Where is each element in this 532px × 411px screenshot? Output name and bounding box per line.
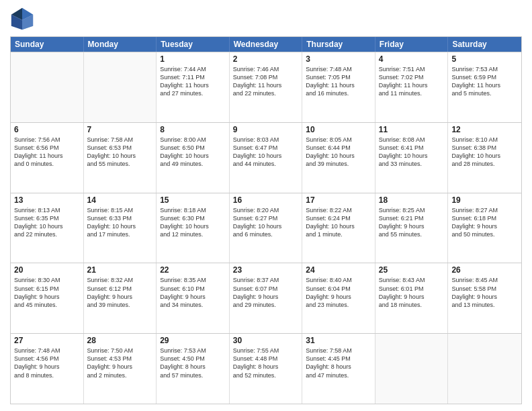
calendar-cell: 5Sunrise: 7:53 AM Sunset: 6:59 PM Daylig… <box>448 52 521 122</box>
calendar-cell: 23Sunrise: 8:37 AM Sunset: 6:07 PM Dayli… <box>230 263 303 333</box>
day-number: 22 <box>160 265 226 275</box>
calendar-row: 27Sunrise: 7:48 AM Sunset: 4:56 PM Dayli… <box>11 333 521 404</box>
day-number: 30 <box>233 336 299 345</box>
day-info: Sunrise: 8:13 AM Sunset: 6:35 PM Dayligh… <box>14 206 80 239</box>
day-number: 15 <box>160 195 226 205</box>
day-number: 1 <box>160 54 226 64</box>
day-number: 12 <box>451 125 518 134</box>
calendar-cell <box>84 52 157 122</box>
calendar-cell: 3Sunrise: 7:48 AM Sunset: 7:05 PM Daylig… <box>302 52 375 122</box>
day-number: 16 <box>233 195 299 205</box>
calendar-cell: 24Sunrise: 8:40 AM Sunset: 6:04 PM Dayli… <box>302 263 375 333</box>
calendar-cell: 9Sunrise: 8:03 AM Sunset: 6:47 PM Daylig… <box>230 123 303 193</box>
day-number: 27 <box>14 336 80 345</box>
calendar-cell: 6Sunrise: 7:56 AM Sunset: 6:56 PM Daylig… <box>11 123 84 193</box>
calendar-cell: 29Sunrise: 7:53 AM Sunset: 4:50 PM Dayli… <box>157 334 230 404</box>
calendar-cell: 10Sunrise: 8:05 AM Sunset: 6:44 PM Dayli… <box>302 123 375 193</box>
day-info: Sunrise: 8:18 AM Sunset: 6:30 PM Dayligh… <box>160 206 226 239</box>
day-info: Sunrise: 8:20 AM Sunset: 6:27 PM Dayligh… <box>233 206 299 239</box>
day-info: Sunrise: 8:25 AM Sunset: 6:21 PM Dayligh… <box>379 206 445 239</box>
day-info: Sunrise: 8:10 AM Sunset: 6:38 PM Dayligh… <box>451 136 518 169</box>
calendar-cell: 27Sunrise: 7:48 AM Sunset: 4:56 PM Dayli… <box>11 334 84 404</box>
calendar-cell: 30Sunrise: 7:55 AM Sunset: 4:48 PM Dayli… <box>230 334 303 404</box>
calendar-row: 1Sunrise: 7:44 AM Sunset: 7:11 PM Daylig… <box>11 52 521 122</box>
calendar-cell <box>375 334 449 404</box>
calendar-cell: 20Sunrise: 8:30 AM Sunset: 6:15 PM Dayli… <box>11 263 84 333</box>
cal-header-day: Saturday <box>448 37 521 52</box>
day-info: Sunrise: 7:58 AM Sunset: 4:45 PM Dayligh… <box>306 347 371 379</box>
day-number: 11 <box>379 125 445 134</box>
day-info: Sunrise: 8:35 AM Sunset: 6:10 PM Dayligh… <box>160 276 226 309</box>
day-info: Sunrise: 8:45 AM Sunset: 5:58 PM Dayligh… <box>451 276 518 309</box>
day-number: 23 <box>233 265 299 275</box>
day-info: Sunrise: 8:22 AM Sunset: 6:24 PM Dayligh… <box>306 206 371 239</box>
calendar-cell: 8Sunrise: 8:00 AM Sunset: 6:50 PM Daylig… <box>157 123 230 193</box>
day-number: 8 <box>160 125 226 134</box>
cal-header-day: Friday <box>375 37 449 52</box>
day-info: Sunrise: 7:46 AM Sunset: 7:08 PM Dayligh… <box>233 65 299 98</box>
day-info: Sunrise: 7:50 AM Sunset: 4:53 PM Dayligh… <box>87 347 153 379</box>
calendar-cell: 25Sunrise: 8:43 AM Sunset: 6:01 PM Dayli… <box>375 263 449 333</box>
page: SundayMondayTuesdayWednesdayThursdayFrid… <box>0 0 532 411</box>
day-info: Sunrise: 7:53 AM Sunset: 6:59 PM Dayligh… <box>451 65 518 98</box>
calendar-cell: 4Sunrise: 7:51 AM Sunset: 7:02 PM Daylig… <box>375 52 449 122</box>
calendar-cell: 1Sunrise: 7:44 AM Sunset: 7:11 PM Daylig… <box>157 52 230 122</box>
day-number: 9 <box>233 125 299 134</box>
calendar-cell: 17Sunrise: 8:22 AM Sunset: 6:24 PM Dayli… <box>302 193 375 263</box>
calendar-cell: 16Sunrise: 8:20 AM Sunset: 6:27 PM Dayli… <box>230 193 303 263</box>
day-info: Sunrise: 8:30 AM Sunset: 6:15 PM Dayligh… <box>14 276 80 309</box>
calendar-cell: 28Sunrise: 7:50 AM Sunset: 4:53 PM Dayli… <box>84 334 157 404</box>
day-info: Sunrise: 8:37 AM Sunset: 6:07 PM Dayligh… <box>233 276 299 309</box>
cal-header-day: Tuesday <box>157 37 230 52</box>
day-info: Sunrise: 8:00 AM Sunset: 6:50 PM Dayligh… <box>160 136 226 169</box>
day-info: Sunrise: 7:58 AM Sunset: 6:53 PM Dayligh… <box>87 136 153 169</box>
day-number: 24 <box>306 265 371 275</box>
day-info: Sunrise: 7:55 AM Sunset: 4:48 PM Dayligh… <box>233 347 299 379</box>
day-info: Sunrise: 7:44 AM Sunset: 7:11 PM Dayligh… <box>160 65 226 98</box>
day-info: Sunrise: 8:32 AM Sunset: 6:12 PM Dayligh… <box>87 276 153 309</box>
calendar-header: SundayMondayTuesdayWednesdayThursdayFrid… <box>11 37 521 52</box>
day-number: 13 <box>14 195 80 205</box>
calendar-cell: 18Sunrise: 8:25 AM Sunset: 6:21 PM Dayli… <box>375 193 449 263</box>
day-number: 7 <box>87 125 153 134</box>
calendar-cell: 22Sunrise: 8:35 AM Sunset: 6:10 PM Dayli… <box>157 263 230 333</box>
calendar-row: 20Sunrise: 8:30 AM Sunset: 6:15 PM Dayli… <box>11 263 521 333</box>
calendar-cell <box>11 52 84 122</box>
day-info: Sunrise: 8:40 AM Sunset: 6:04 PM Dayligh… <box>306 276 371 309</box>
calendar-cell: 21Sunrise: 8:32 AM Sunset: 6:12 PM Dayli… <box>84 263 157 333</box>
cal-header-day: Sunday <box>11 37 84 52</box>
cal-header-day: Wednesday <box>230 37 303 52</box>
day-info: Sunrise: 8:43 AM Sunset: 6:01 PM Dayligh… <box>379 276 445 309</box>
day-info: Sunrise: 8:03 AM Sunset: 6:47 PM Dayligh… <box>233 136 299 169</box>
calendar-cell: 11Sunrise: 8:08 AM Sunset: 6:41 PM Dayli… <box>375 123 449 193</box>
day-number: 6 <box>14 125 80 134</box>
day-number: 17 <box>306 195 371 205</box>
day-number: 4 <box>379 54 445 64</box>
day-number: 19 <box>451 195 518 205</box>
header <box>10 7 522 31</box>
calendar-cell: 19Sunrise: 8:27 AM Sunset: 6:18 PM Dayli… <box>448 193 521 263</box>
day-number: 5 <box>451 54 518 64</box>
calendar-cell: 12Sunrise: 8:10 AM Sunset: 6:38 PM Dayli… <box>448 123 521 193</box>
calendar-cell: 26Sunrise: 8:45 AM Sunset: 5:58 PM Dayli… <box>448 263 521 333</box>
day-info: Sunrise: 8:08 AM Sunset: 6:41 PM Dayligh… <box>379 136 445 169</box>
day-info: Sunrise: 7:51 AM Sunset: 7:02 PM Dayligh… <box>379 65 445 98</box>
calendar-cell <box>448 334 521 404</box>
day-number: 29 <box>160 336 226 345</box>
calendar-row: 13Sunrise: 8:13 AM Sunset: 6:35 PM Dayli… <box>11 193 521 263</box>
calendar-cell: 13Sunrise: 8:13 AM Sunset: 6:35 PM Dayli… <box>11 193 84 263</box>
day-number: 26 <box>451 265 518 275</box>
calendar-row: 6Sunrise: 7:56 AM Sunset: 6:56 PM Daylig… <box>11 122 521 193</box>
day-info: Sunrise: 7:48 AM Sunset: 4:56 PM Dayligh… <box>14 347 80 379</box>
calendar-cell: 14Sunrise: 8:15 AM Sunset: 6:33 PM Dayli… <box>84 193 157 263</box>
cal-header-day: Monday <box>84 37 157 52</box>
calendar-body: 1Sunrise: 7:44 AM Sunset: 7:11 PM Daylig… <box>11 52 521 404</box>
logo-icon <box>10 7 34 31</box>
day-info: Sunrise: 7:53 AM Sunset: 4:50 PM Dayligh… <box>160 347 226 379</box>
day-info: Sunrise: 8:27 AM Sunset: 6:18 PM Dayligh… <box>451 206 518 239</box>
day-info: Sunrise: 7:48 AM Sunset: 7:05 PM Dayligh… <box>306 65 371 98</box>
day-info: Sunrise: 8:15 AM Sunset: 6:33 PM Dayligh… <box>87 206 153 239</box>
calendar-cell: 15Sunrise: 8:18 AM Sunset: 6:30 PM Dayli… <box>157 193 230 263</box>
day-number: 25 <box>379 265 445 275</box>
day-number: 28 <box>87 336 153 345</box>
